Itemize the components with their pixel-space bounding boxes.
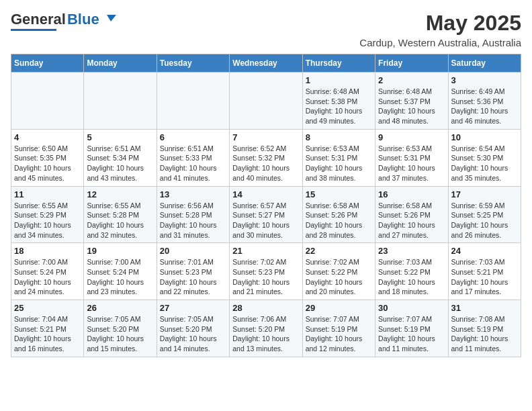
logo-blue: Blue [67, 11, 99, 28]
day-cell: 24Sunrise: 7:03 AM Sunset: 5:21 PM Dayli… [448, 243, 521, 300]
day-number: 2 [378, 75, 445, 85]
weekday-header-tuesday: Tuesday [157, 54, 229, 73]
day-cell: 7Sunrise: 6:52 AM Sunset: 5:32 PM Daylig… [230, 129, 302, 186]
day-cell: 14Sunrise: 6:57 AM Sunset: 5:27 PM Dayli… [230, 186, 302, 243]
day-number: 20 [160, 246, 226, 256]
logo: General Blue [11, 11, 116, 31]
day-number: 15 [306, 189, 372, 199]
day-number: 29 [306, 303, 372, 313]
logo-underline [11, 29, 56, 31]
day-number: 5 [87, 132, 153, 142]
day-cell: 17Sunrise: 6:59 AM Sunset: 5:25 PM Dayli… [448, 186, 521, 243]
weekday-header-thursday: Thursday [302, 54, 375, 73]
day-number: 13 [160, 189, 226, 199]
day-content: Sunrise: 7:05 AM Sunset: 5:20 PM Dayligh… [87, 314, 153, 354]
day-number: 11 [14, 189, 81, 199]
week-row-4: 18Sunrise: 7:00 AM Sunset: 5:24 PM Dayli… [11, 243, 521, 300]
day-number: 24 [451, 246, 518, 256]
day-number: 1 [306, 75, 372, 85]
weekday-header-monday: Monday [84, 54, 157, 73]
day-number: 6 [160, 132, 226, 142]
day-cell: 1Sunrise: 6:48 AM Sunset: 5:38 PM Daylig… [302, 73, 375, 130]
day-content: Sunrise: 6:55 AM Sunset: 5:28 PM Dayligh… [87, 201, 153, 240]
week-row-2: 4Sunrise: 6:50 AM Sunset: 5:35 PM Daylig… [11, 129, 521, 186]
day-cell: 21Sunrise: 7:02 AM Sunset: 5:23 PM Dayli… [230, 243, 302, 300]
day-content: Sunrise: 6:59 AM Sunset: 5:25 PM Dayligh… [451, 201, 518, 240]
day-cell: 13Sunrise: 6:56 AM Sunset: 5:28 PM Dayli… [157, 186, 229, 243]
calendar-title: May 2025 [359, 11, 521, 36]
day-cell: 10Sunrise: 6:54 AM Sunset: 5:30 PM Dayli… [448, 129, 521, 186]
day-content: Sunrise: 7:03 AM Sunset: 5:21 PM Dayligh… [451, 257, 518, 297]
day-content: Sunrise: 7:00 AM Sunset: 5:24 PM Dayligh… [87, 257, 153, 297]
day-cell: 26Sunrise: 7:05 AM Sunset: 5:20 PM Dayli… [84, 300, 157, 357]
day-number: 26 [87, 303, 153, 313]
day-number: 4 [14, 132, 81, 142]
day-content: Sunrise: 6:55 AM Sunset: 5:29 PM Dayligh… [14, 201, 81, 240]
day-number: 30 [378, 303, 445, 313]
weekday-header-saturday: Saturday [448, 54, 521, 73]
day-content: Sunrise: 7:04 AM Sunset: 5:21 PM Dayligh… [14, 314, 81, 354]
day-content: Sunrise: 6:53 AM Sunset: 5:31 PM Dayligh… [306, 144, 372, 183]
day-content: Sunrise: 6:53 AM Sunset: 5:31 PM Dayligh… [378, 144, 445, 183]
day-cell: 30Sunrise: 7:07 AM Sunset: 5:19 PM Dayli… [375, 300, 448, 357]
day-content: Sunrise: 7:02 AM Sunset: 5:23 PM Dayligh… [232, 257, 299, 297]
day-number: 3 [451, 75, 518, 85]
day-content: Sunrise: 7:08 AM Sunset: 5:19 PM Dayligh… [451, 314, 518, 354]
day-cell: 28Sunrise: 7:06 AM Sunset: 5:20 PM Dayli… [230, 300, 302, 357]
day-content: Sunrise: 6:54 AM Sunset: 5:30 PM Dayligh… [451, 144, 518, 183]
day-content: Sunrise: 6:56 AM Sunset: 5:28 PM Dayligh… [160, 201, 226, 240]
day-cell: 5Sunrise: 6:51 AM Sunset: 5:34 PM Daylig… [84, 129, 157, 186]
day-number: 27 [160, 303, 226, 313]
day-cell: 19Sunrise: 7:00 AM Sunset: 5:24 PM Dayli… [84, 243, 157, 300]
weekday-header-sunday: Sunday [11, 54, 84, 73]
day-content: Sunrise: 6:48 AM Sunset: 5:38 PM Dayligh… [306, 87, 372, 126]
day-cell: 27Sunrise: 7:05 AM Sunset: 5:20 PM Dayli… [157, 300, 229, 357]
day-cell: 4Sunrise: 6:50 AM Sunset: 5:35 PM Daylig… [11, 129, 84, 186]
day-cell: 20Sunrise: 7:01 AM Sunset: 5:23 PM Dayli… [157, 243, 229, 300]
day-number: 21 [232, 246, 299, 256]
calendar-subtitle: Cardup, Western Australia, Australia [359, 37, 521, 48]
logo-general: General [11, 11, 66, 28]
day-number: 12 [87, 189, 153, 199]
day-content: Sunrise: 7:06 AM Sunset: 5:20 PM Dayligh… [232, 314, 299, 354]
weekday-header-friday: Friday [375, 54, 448, 73]
logo-icon [101, 12, 116, 27]
day-cell: 6Sunrise: 6:51 AM Sunset: 5:33 PM Daylig… [157, 129, 229, 186]
day-content: Sunrise: 6:51 AM Sunset: 5:34 PM Dayligh… [87, 144, 153, 183]
day-cell: 29Sunrise: 7:07 AM Sunset: 5:19 PM Dayli… [302, 300, 375, 357]
day-number: 25 [14, 303, 81, 313]
calendar-table: SundayMondayTuesdayWednesdayThursdayFrid… [11, 54, 521, 357]
day-number: 8 [306, 132, 372, 142]
day-content: Sunrise: 7:01 AM Sunset: 5:23 PM Dayligh… [160, 257, 226, 297]
day-number: 9 [378, 132, 445, 142]
day-cell: 18Sunrise: 7:00 AM Sunset: 5:24 PM Dayli… [11, 243, 84, 300]
day-cell: 25Sunrise: 7:04 AM Sunset: 5:21 PM Dayli… [11, 300, 84, 357]
day-content: Sunrise: 7:03 AM Sunset: 5:22 PM Dayligh… [378, 257, 445, 297]
day-number: 16 [378, 189, 445, 199]
day-cell: 12Sunrise: 6:55 AM Sunset: 5:28 PM Dayli… [84, 186, 157, 243]
day-content: Sunrise: 6:52 AM Sunset: 5:32 PM Dayligh… [232, 144, 299, 183]
day-cell [230, 73, 302, 130]
day-number: 19 [87, 246, 153, 256]
day-content: Sunrise: 7:05 AM Sunset: 5:20 PM Dayligh… [160, 314, 226, 354]
day-content: Sunrise: 6:58 AM Sunset: 5:26 PM Dayligh… [378, 201, 445, 240]
week-row-1: 1Sunrise: 6:48 AM Sunset: 5:38 PM Daylig… [11, 73, 521, 130]
weekday-header-wednesday: Wednesday [230, 54, 302, 73]
day-content: Sunrise: 7:07 AM Sunset: 5:19 PM Dayligh… [306, 314, 372, 354]
day-cell: 3Sunrise: 6:49 AM Sunset: 5:36 PM Daylig… [448, 73, 521, 130]
day-content: Sunrise: 6:51 AM Sunset: 5:33 PM Dayligh… [160, 144, 226, 183]
day-number: 23 [378, 246, 445, 256]
day-content: Sunrise: 6:57 AM Sunset: 5:27 PM Dayligh… [232, 201, 299, 240]
day-cell [84, 73, 157, 130]
day-number: 31 [451, 303, 518, 313]
week-row-3: 11Sunrise: 6:55 AM Sunset: 5:29 PM Dayli… [11, 186, 521, 243]
page-header: General Blue May 2025 Cardup, Western Au… [11, 11, 521, 48]
day-content: Sunrise: 6:58 AM Sunset: 5:26 PM Dayligh… [306, 201, 372, 240]
svg-marker-0 [107, 15, 116, 21]
day-cell: 15Sunrise: 6:58 AM Sunset: 5:26 PM Dayli… [302, 186, 375, 243]
day-content: Sunrise: 7:02 AM Sunset: 5:22 PM Dayligh… [306, 257, 372, 297]
day-content: Sunrise: 7:07 AM Sunset: 5:19 PM Dayligh… [378, 314, 445, 354]
title-block: May 2025 Cardup, Western Australia, Aust… [359, 11, 521, 48]
day-number: 10 [451, 132, 518, 142]
day-cell: 2Sunrise: 6:48 AM Sunset: 5:37 PM Daylig… [375, 73, 448, 130]
